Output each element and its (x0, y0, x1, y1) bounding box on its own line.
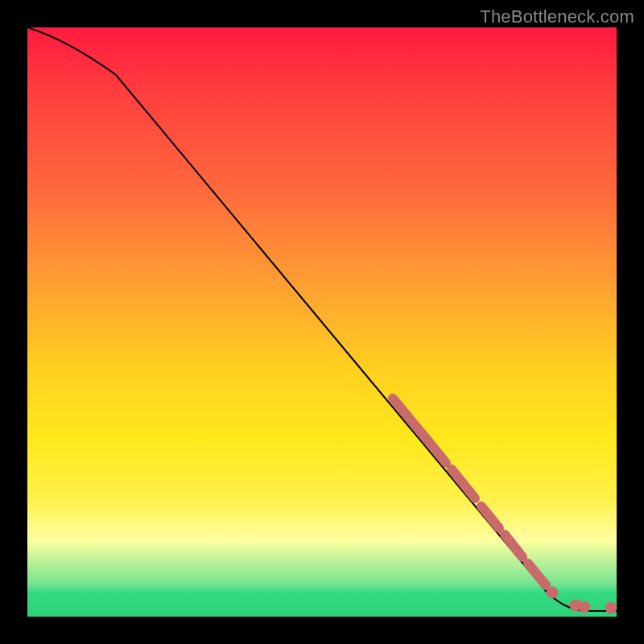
watermark-text: TheBottleneck.com (480, 6, 634, 27)
dot-cluster-6 (528, 564, 546, 585)
plot-area (27, 27, 617, 617)
tail-dot-1 (547, 587, 558, 598)
dot-cluster-3 (452, 469, 475, 498)
dot-cluster-2 (428, 441, 446, 463)
dot-cluster-1 (393, 398, 428, 441)
tail-dot-2b (579, 601, 590, 613)
dot-cluster-4 (481, 506, 499, 528)
bottleneck-curve (27, 27, 617, 611)
chart-svg (27, 27, 617, 617)
tail-dot-3 (605, 602, 617, 613)
chart-frame: TheBottleneck.com (0, 0, 644, 644)
